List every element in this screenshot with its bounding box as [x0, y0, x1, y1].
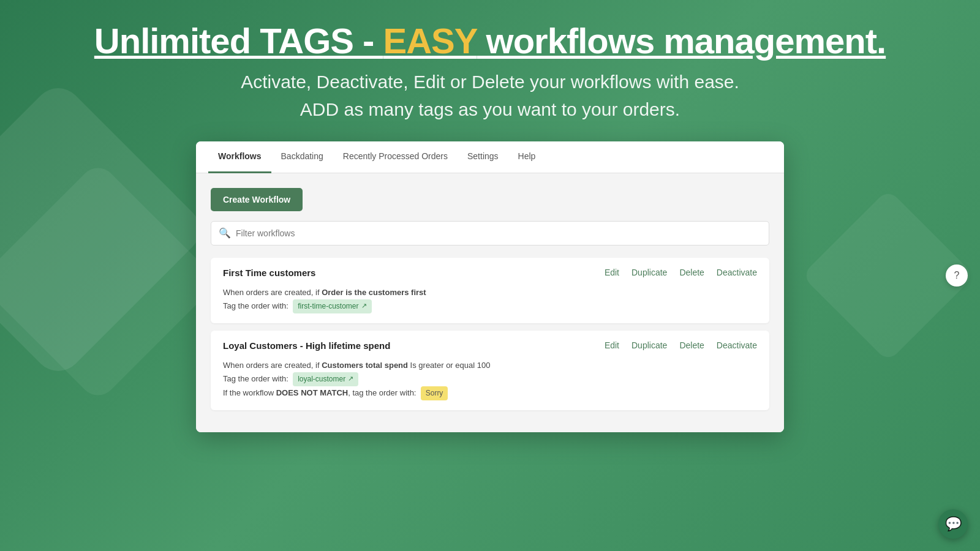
- delete-workflow-2-button[interactable]: Delete: [679, 340, 704, 350]
- main-title: Unlimited TAGS - EASY workflows manageme…: [0, 21, 980, 61]
- not-match-tag-badge-2[interactable]: Sorry: [421, 386, 448, 400]
- tab-settings[interactable]: Settings: [458, 141, 508, 173]
- external-link-icon-2: ↗: [348, 373, 353, 384]
- workflow-description-1: When orders are created, if Order is the…: [223, 287, 757, 313]
- external-link-icon-1: ↗: [361, 301, 367, 312]
- workflow-tag-label-1: Tag the order with:: [223, 301, 288, 310]
- workflow-card-loyal: Loyal Customers - High lifetime spend Ed…: [211, 331, 769, 410]
- tab-help[interactable]: Help: [508, 141, 546, 173]
- title-workflows-part: workflows management.: [477, 21, 886, 61]
- chat-button[interactable]: 💬: [938, 509, 968, 539]
- not-match-text-2: If the workflow: [223, 388, 276, 397]
- subtitle-line2: ADD as many tags as you want to your ord…: [0, 96, 980, 123]
- search-icon: 🔍: [219, 227, 231, 239]
- edit-workflow-1-button[interactable]: Edit: [605, 268, 619, 277]
- search-input[interactable]: [236, 228, 761, 238]
- workflow-desc-suffix-2: Is greater or equal 100: [408, 361, 490, 370]
- title-tags-part: Unlimited TAGS: [94, 21, 353, 61]
- deactivate-workflow-1-button[interactable]: Deactivate: [717, 268, 757, 277]
- tab-workflows[interactable]: Workflows: [208, 141, 271, 173]
- tab-recently-processed[interactable]: Recently Processed Orders: [333, 141, 458, 173]
- duplicate-workflow-2-button[interactable]: Duplicate: [631, 340, 667, 350]
- workflow-card-first-time: First Time customers Edit Duplicate Dele…: [211, 258, 769, 323]
- deactivate-workflow-2-button[interactable]: Deactivate: [717, 340, 757, 350]
- workflow-card-header-1: First Time customers Edit Duplicate Dele…: [223, 268, 757, 278]
- workflow-description-2: When orders are created, if Customers to…: [223, 359, 757, 400]
- workflow-desc-prefix-1: When orders are created, if: [223, 288, 322, 297]
- not-match-bold-2: DOES NOT MATCH: [276, 388, 348, 397]
- tab-backdating[interactable]: Backdating: [271, 141, 333, 173]
- subtitle: Activate, Deactivate, Edit or Delete you…: [0, 68, 980, 123]
- duplicate-workflow-1-button[interactable]: Duplicate: [631, 268, 667, 277]
- help-button[interactable]: ?: [946, 264, 968, 287]
- app-panel: Workflows Backdating Recently Processed …: [196, 141, 784, 432]
- workflow-tag-badge-1[interactable]: first-time-customer ↗: [293, 299, 371, 313]
- create-workflow-button[interactable]: Create Workflow: [211, 188, 303, 211]
- workflow-condition-1: Order is the customers first: [322, 288, 426, 297]
- workflow-tag-label-2: Tag the order with:: [223, 374, 288, 383]
- delete-workflow-1-button[interactable]: Delete: [679, 268, 704, 277]
- workflow-card-header-2: Loyal Customers - High lifetime spend Ed…: [223, 340, 757, 351]
- tabs-bar: Workflows Backdating Recently Processed …: [196, 141, 784, 173]
- subtitle-line1: Activate, Deactivate, Edit or Delete you…: [0, 68, 980, 96]
- workflow-condition-2: Customers total spend: [322, 361, 408, 370]
- workflow-actions-1: Edit Duplicate Delete Deactivate: [605, 268, 757, 277]
- workflow-desc-prefix-2: When orders are created, if: [223, 361, 322, 370]
- edit-workflow-2-button[interactable]: Edit: [605, 340, 619, 350]
- content-area: Create Workflow 🔍 First Time customers E…: [196, 173, 784, 432]
- workflow-actions-2: Edit Duplicate Delete Deactivate: [605, 340, 757, 350]
- title-separator: -: [353, 21, 383, 61]
- workflow-tag-badge-2[interactable]: loyal-customer ↗: [293, 372, 358, 386]
- workflow-name-2: Loyal Customers - High lifetime spend: [223, 340, 390, 351]
- workflow-name-1: First Time customers: [223, 268, 315, 278]
- search-bar: 🔍: [211, 221, 769, 246]
- header-section: Unlimited TAGS - EASY workflows manageme…: [0, 0, 980, 123]
- not-match-suffix-2: , tag the order with:: [348, 388, 416, 397]
- title-easy-part: EASY: [383, 21, 477, 61]
